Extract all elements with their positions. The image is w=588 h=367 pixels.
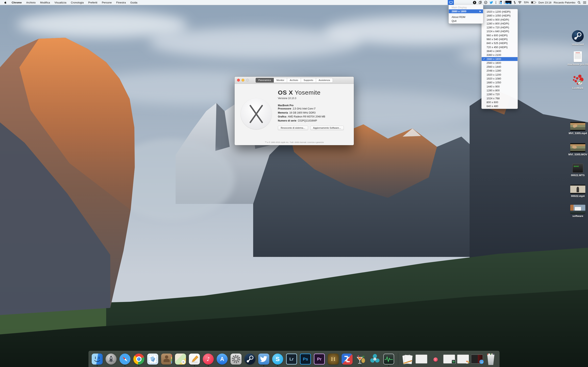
dock-trash[interactable] [485, 352, 497, 366]
dock-app-launchpad[interactable] [105, 352, 117, 366]
dock-app-photoshop[interactable]: Ps [300, 352, 311, 366]
resolution-option[interactable]: 1440 x 900 [482, 85, 518, 89]
copy-icon[interactable] [479, 0, 482, 5]
resolution-option[interactable]: 3360 x 2100 [482, 53, 518, 57]
dock-app-safari[interactable] [119, 352, 131, 366]
desktop-icon-mvi-5305-mp4[interactable]: MVI_5305.mp4 [566, 122, 588, 135]
menu-persone[interactable]: Persone [100, 0, 114, 5]
resolution-option[interactable]: 1280 x 720 [482, 92, 518, 96]
flash-icon[interactable] [473, 0, 476, 5]
dock-minimized-itunes-window[interactable]: ♪ [429, 352, 441, 366]
menubar-username[interactable]: Riccardo Palombo [554, 1, 575, 4]
software-update-button[interactable]: Aggiornamento Software... [310, 126, 344, 130]
dock-app-vmware-fusion[interactable] [341, 352, 353, 366]
system-report-button[interactable]: Resoconto di sistema... [278, 126, 308, 130]
battery-icon[interactable] [531, 1, 536, 4]
resolution-option[interactable]: 840 x 525 (HiDPI) [482, 41, 518, 45]
resolution-option[interactable]: 1280 x 720 (HiDPI) [482, 25, 518, 29]
bluetooth-icon[interactable] [514, 0, 516, 5]
dock-app-mail[interactable] [147, 352, 159, 366]
resolution-option[interactable]: 1920 x 1200 [482, 73, 518, 77]
resolution-option[interactable]: 960 x 540 (HiDPI) [482, 37, 518, 41]
dock-app-app-store[interactable]: A [216, 352, 228, 366]
tab-panoramica[interactable]: Panoramica [256, 78, 274, 83]
sen-meter[interactable]: SEN [495, 1, 497, 4]
desktop-icon-mvi-5305-mov[interactable]: MVI_5305.MOV [566, 143, 588, 156]
dock-app-chrome[interactable] [133, 352, 145, 366]
desktop-icon-00022-mts[interactable]: exec 00022.MTS [566, 164, 588, 177]
dock-minimized-activity-monitor-window[interactable] [443, 352, 455, 366]
resolution-option[interactable]: 1680 x 1050 [482, 81, 518, 84]
dock-app-skype[interactable]: S [272, 352, 284, 366]
resolution-option[interactable]: 2560 x 1600 [482, 61, 518, 65]
dock-app-maps[interactable]: 3D [174, 352, 186, 366]
minimize-button[interactable] [242, 79, 244, 82]
twitter-icon[interactable] [490, 0, 493, 5]
apple-menu[interactable] [0, 0, 9, 5]
desktop-icon-00022-mp4[interactable]: 00022.mp4 [566, 185, 588, 198]
menu-preferiti[interactable]: Preferiti [86, 0, 100, 5]
resolution-option[interactable]: 2560 x 1440 [482, 65, 518, 69]
tab-monitor[interactable]: Monitor [274, 78, 287, 83]
menu-visualizza[interactable]: Visualizza [52, 0, 69, 5]
resolution-option[interactable]: 1024 x 640 (HiDPI) [482, 29, 518, 33]
resolution-option[interactable]: 1680 x 1050 (HiDPI) [482, 14, 518, 17]
rdm-display-icon[interactable] [448, 0, 454, 5]
menu-modifica[interactable]: Modifica [38, 0, 52, 5]
desktop-icon-macbook-pro-15[interactable]: macbook-pro-15 [566, 51, 588, 66]
ssd-meter[interactable]: SSD [499, 1, 502, 4]
cpu-meter[interactable]: CPU [504, 1, 511, 4]
dock-app-itunes[interactable]: ♪ [202, 352, 214, 366]
dock-app-fan-control[interactable] [369, 352, 381, 366]
dock-app-heroes-game[interactable]: H [327, 352, 339, 366]
resolution-option[interactable]: 1280 x 800 [482, 89, 518, 92]
dock-app-pages[interactable] [189, 352, 200, 366]
resolution-option[interactable]: 1920 x 1080 [482, 77, 518, 81]
resolution-option-checked[interactable]: ✓ 2880 x 1800 [482, 57, 518, 61]
dock-minimized-document-window[interactable] [415, 352, 427, 366]
menu-chrome[interactable]: Chrome [9, 0, 24, 5]
desktop-icon-unturned[interactable]: Unturned [566, 30, 588, 46]
dock-app-twitter[interactable] [258, 352, 270, 366]
menubar-clock[interactable]: Dom 23:18 [538, 1, 552, 4]
resolution-option[interactable]: 960 x 600 (HiDPI) [482, 33, 518, 37]
resolution-option[interactable]: 640 x 480 [482, 104, 518, 108]
menu-cronologia[interactable]: Cronologia [69, 0, 86, 5]
dock-app-finder[interactable] [91, 352, 103, 366]
dock-app-steam[interactable] [244, 352, 256, 366]
resolution-option[interactable]: 3840 x 2400 [482, 49, 518, 53]
dock-app-lightroom[interactable]: Lr [286, 352, 297, 366]
rdm-resolution-item[interactable]: 2880 x 1800 ▶ [449, 9, 483, 13]
rdm-about-item[interactable]: About RDM [449, 15, 483, 19]
rdm-quit-item[interactable]: Quit [449, 19, 483, 23]
dock-app-system-preferences[interactable] [230, 352, 242, 366]
dock-app-contacts[interactable] [161, 352, 173, 366]
resolution-option[interactable]: 2048 x 1280 [482, 69, 518, 73]
dock-app-premiere[interactable]: Pr [313, 352, 325, 366]
tab-supporto[interactable]: Supporto [301, 78, 316, 83]
desktop-icon-luxmark[interactable]: BENCH LuxMark [566, 74, 588, 90]
menu-guida[interactable]: Guida [128, 0, 140, 5]
resolution-option[interactable]: 1280 x 800 (HiDPI) [482, 22, 518, 25]
menu-archivio[interactable]: Archivio [24, 0, 38, 5]
menu-finestra[interactable]: Finestra [114, 0, 128, 5]
dock-documents-stack[interactable] [402, 352, 414, 366]
dock-app-handbrake[interactable] [355, 352, 367, 366]
resolution-option[interactable]: 800 x 600 [482, 100, 518, 104]
close-button[interactable] [237, 79, 240, 82]
spotlight-search-icon[interactable] [578, 0, 581, 5]
resolution-option[interactable]: 1024 x 768 [482, 96, 518, 100]
tab-archivio[interactable]: Archivio [287, 78, 301, 83]
resolution-option[interactable]: 720 x 450 (HiDPI) [482, 45, 518, 49]
check-circle-icon[interactable] [484, 0, 487, 5]
dock-minimized-handbrake-window[interactable] [457, 352, 469, 366]
wifi-icon[interactable] [518, 0, 522, 5]
notification-center-icon[interactable] [583, 0, 586, 5]
dock-minimized-safari-window[interactable] [471, 352, 483, 366]
dock-app-activity-monitor[interactable] [383, 352, 395, 366]
window-titlebar[interactable]: Panoramica Monitor Archivio Supporto Ass… [234, 77, 354, 84]
tab-assistenza[interactable]: Assistenza [316, 78, 333, 83]
resolution-option[interactable]: 1440 x 900 (HiDPI) [482, 18, 518, 22]
desktop-icon-software[interactable]: software [566, 205, 588, 217]
resolution-option[interactable]: 1920 x 1200 (HiDPI) [482, 10, 518, 14]
